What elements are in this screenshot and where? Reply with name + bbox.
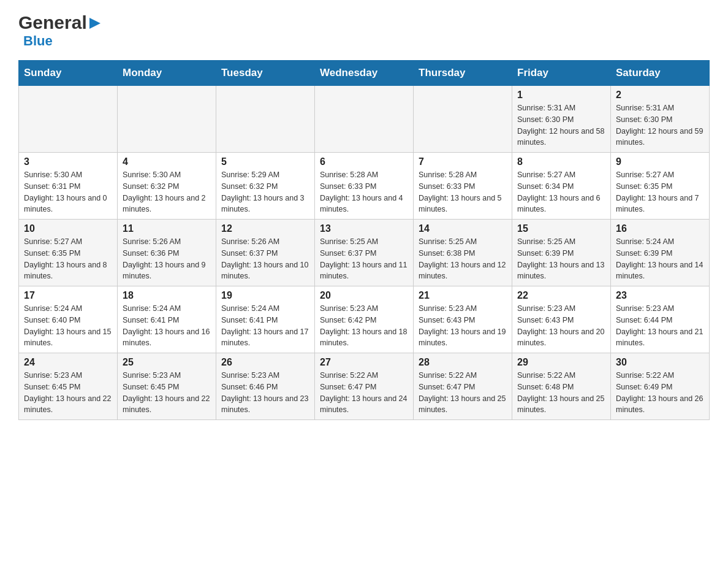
calendar-cell [315, 86, 414, 153]
weekday-header-thursday: Thursday [414, 61, 512, 86]
day-number: 1 [517, 90, 605, 101]
day-number: 19 [221, 290, 309, 301]
day-info: Sunrise: 5:31 AMSunset: 6:30 PMDaylight:… [616, 102, 704, 148]
weekday-header-wednesday: Wednesday [315, 61, 414, 86]
calendar-cell: 30Sunrise: 5:22 AMSunset: 6:49 PMDayligh… [611, 353, 710, 420]
day-info: Sunrise: 5:25 AMSunset: 6:38 PMDaylight:… [419, 236, 507, 282]
day-info: Sunrise: 5:22 AMSunset: 6:48 PMDaylight:… [517, 370, 605, 416]
calendar-cell: 29Sunrise: 5:22 AMSunset: 6:48 PMDayligh… [512, 353, 611, 420]
calendar-header-row: SundayMondayTuesdayWednesdayThursdayFrid… [19, 61, 710, 86]
day-info: Sunrise: 5:25 AMSunset: 6:37 PMDaylight:… [320, 236, 408, 282]
day-info: Sunrise: 5:25 AMSunset: 6:39 PMDaylight:… [517, 236, 605, 282]
calendar-cell: 16Sunrise: 5:24 AMSunset: 6:39 PMDayligh… [611, 220, 710, 286]
day-number: 16 [616, 223, 704, 234]
calendar-cell: 19Sunrise: 5:24 AMSunset: 6:41 PMDayligh… [216, 286, 315, 353]
day-number: 25 [123, 357, 211, 368]
day-info: Sunrise: 5:27 AMSunset: 6:34 PMDaylight:… [517, 169, 605, 215]
day-number: 3 [24, 156, 112, 167]
day-number: 4 [123, 156, 211, 167]
calendar-week-row: 17Sunrise: 5:24 AMSunset: 6:40 PMDayligh… [19, 286, 710, 353]
logo-general-text: General [18, 12, 87, 33]
day-info: Sunrise: 5:27 AMSunset: 6:35 PMDaylight:… [24, 236, 112, 282]
day-info: Sunrise: 5:23 AMSunset: 6:45 PMDaylight:… [123, 370, 211, 416]
calendar-cell: 18Sunrise: 5:24 AMSunset: 6:41 PMDayligh… [118, 286, 216, 353]
day-number: 15 [517, 223, 605, 234]
day-info: Sunrise: 5:30 AMSunset: 6:31 PMDaylight:… [24, 169, 112, 215]
calendar-cell [118, 86, 216, 153]
svg-marker-0 [89, 18, 100, 29]
calendar-week-row: 1Sunrise: 5:31 AMSunset: 6:30 PMDaylight… [19, 86, 710, 153]
calendar-cell: 2Sunrise: 5:31 AMSunset: 6:30 PMDaylight… [611, 86, 710, 153]
calendar-cell [216, 86, 315, 153]
logo-blue-text: Blue [23, 33, 53, 48]
day-number: 18 [123, 290, 211, 301]
calendar-cell [19, 86, 118, 153]
day-info: Sunrise: 5:30 AMSunset: 6:32 PMDaylight:… [123, 169, 211, 215]
calendar-cell: 13Sunrise: 5:25 AMSunset: 6:37 PMDayligh… [315, 220, 414, 286]
calendar-week-row: 24Sunrise: 5:23 AMSunset: 6:45 PMDayligh… [19, 353, 710, 420]
day-info: Sunrise: 5:23 AMSunset: 6:43 PMDaylight:… [419, 303, 507, 349]
calendar-cell: 27Sunrise: 5:22 AMSunset: 6:47 PMDayligh… [315, 353, 414, 420]
calendar-table: SundayMondayTuesdayWednesdayThursdayFrid… [18, 60, 710, 420]
calendar-week-row: 10Sunrise: 5:27 AMSunset: 6:35 PMDayligh… [19, 220, 710, 286]
day-number: 7 [419, 156, 507, 167]
day-info: Sunrise: 5:28 AMSunset: 6:33 PMDaylight:… [320, 169, 408, 215]
day-number: 23 [616, 290, 704, 301]
calendar-cell: 28Sunrise: 5:22 AMSunset: 6:47 PMDayligh… [414, 353, 512, 420]
weekday-header-saturday: Saturday [611, 61, 710, 86]
day-number: 17 [24, 290, 112, 301]
weekday-header-monday: Monday [118, 61, 216, 86]
logo-arrow-icon [88, 17, 102, 30]
calendar-cell: 1Sunrise: 5:31 AMSunset: 6:30 PMDaylight… [512, 86, 611, 153]
day-info: Sunrise: 5:23 AMSunset: 6:45 PMDaylight:… [24, 370, 112, 416]
weekday-header-friday: Friday [512, 61, 611, 86]
day-info: Sunrise: 5:24 AMSunset: 6:41 PMDaylight:… [123, 303, 211, 349]
day-number: 26 [221, 357, 309, 368]
day-number: 5 [221, 156, 309, 167]
calendar-cell: 8Sunrise: 5:27 AMSunset: 6:34 PMDaylight… [512, 153, 611, 220]
day-info: Sunrise: 5:24 AMSunset: 6:40 PMDaylight:… [24, 303, 112, 349]
day-number: 20 [320, 290, 408, 301]
day-number: 10 [24, 223, 112, 234]
day-number: 11 [123, 223, 211, 234]
day-number: 21 [419, 290, 507, 301]
day-info: Sunrise: 5:22 AMSunset: 6:47 PMDaylight:… [419, 370, 507, 416]
calendar-cell: 26Sunrise: 5:23 AMSunset: 6:46 PMDayligh… [216, 353, 315, 420]
day-number: 14 [419, 223, 507, 234]
day-number: 6 [320, 156, 408, 167]
calendar-cell: 4Sunrise: 5:30 AMSunset: 6:32 PMDaylight… [118, 153, 216, 220]
calendar-cell: 12Sunrise: 5:26 AMSunset: 6:37 PMDayligh… [216, 220, 315, 286]
day-info: Sunrise: 5:24 AMSunset: 6:39 PMDaylight:… [616, 236, 704, 282]
day-info: Sunrise: 5:31 AMSunset: 6:30 PMDaylight:… [517, 102, 605, 148]
calendar-cell: 15Sunrise: 5:25 AMSunset: 6:39 PMDayligh… [512, 220, 611, 286]
weekday-header-sunday: Sunday [19, 61, 118, 86]
logo: General Blue [18, 12, 102, 49]
day-info: Sunrise: 5:29 AMSunset: 6:32 PMDaylight:… [221, 169, 309, 215]
day-info: Sunrise: 5:27 AMSunset: 6:35 PMDaylight:… [616, 169, 704, 215]
calendar-cell: 17Sunrise: 5:24 AMSunset: 6:40 PMDayligh… [19, 286, 118, 353]
day-number: 29 [517, 357, 605, 368]
day-number: 28 [419, 357, 507, 368]
weekday-header-tuesday: Tuesday [216, 61, 315, 86]
day-info: Sunrise: 5:24 AMSunset: 6:41 PMDaylight:… [221, 303, 309, 349]
day-number: 2 [616, 90, 704, 101]
calendar-cell: 3Sunrise: 5:30 AMSunset: 6:31 PMDaylight… [19, 153, 118, 220]
day-number: 13 [320, 223, 408, 234]
day-info: Sunrise: 5:26 AMSunset: 6:36 PMDaylight:… [123, 236, 211, 282]
calendar-week-row: 3Sunrise: 5:30 AMSunset: 6:31 PMDaylight… [19, 153, 710, 220]
calendar-cell: 9Sunrise: 5:27 AMSunset: 6:35 PMDaylight… [611, 153, 710, 220]
calendar-cell: 10Sunrise: 5:27 AMSunset: 6:35 PMDayligh… [19, 220, 118, 286]
day-info: Sunrise: 5:26 AMSunset: 6:37 PMDaylight:… [221, 236, 309, 282]
calendar-cell [414, 86, 512, 153]
calendar-cell: 14Sunrise: 5:25 AMSunset: 6:38 PMDayligh… [414, 220, 512, 286]
day-info: Sunrise: 5:28 AMSunset: 6:33 PMDaylight:… [419, 169, 507, 215]
calendar-cell: 21Sunrise: 5:23 AMSunset: 6:43 PMDayligh… [414, 286, 512, 353]
calendar-cell: 23Sunrise: 5:23 AMSunset: 6:44 PMDayligh… [611, 286, 710, 353]
day-number: 30 [616, 357, 704, 368]
page-header: General Blue [18, 12, 710, 49]
calendar-cell: 25Sunrise: 5:23 AMSunset: 6:45 PMDayligh… [118, 353, 216, 420]
day-info: Sunrise: 5:23 AMSunset: 6:43 PMDaylight:… [517, 303, 605, 349]
day-info: Sunrise: 5:23 AMSunset: 6:44 PMDaylight:… [616, 303, 704, 349]
day-number: 22 [517, 290, 605, 301]
calendar-cell: 6Sunrise: 5:28 AMSunset: 6:33 PMDaylight… [315, 153, 414, 220]
